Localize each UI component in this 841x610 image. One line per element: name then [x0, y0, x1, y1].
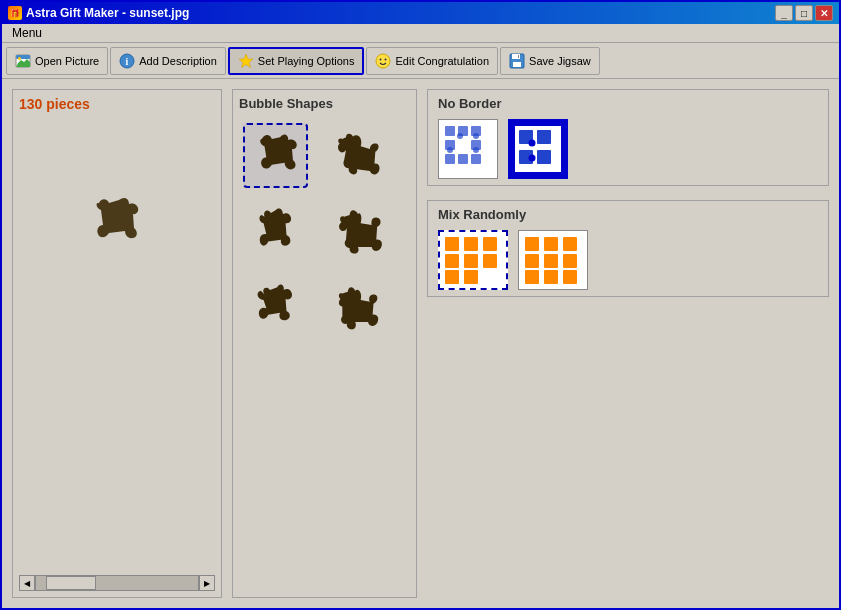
mix-options: [438, 230, 818, 290]
shape-1-icon: [248, 128, 303, 183]
svg-rect-46: [563, 237, 577, 251]
svg-rect-45: [544, 237, 558, 251]
mix-title: Mix Randomly: [438, 207, 818, 222]
add-description-button[interactable]: i Add Description: [110, 47, 226, 75]
shapes-title: Bubble Shapes: [239, 96, 410, 111]
open-picture-button[interactable]: Open Picture: [6, 47, 108, 75]
svg-point-2: [18, 57, 21, 60]
maximize-button[interactable]: □: [795, 5, 813, 21]
no-border-option[interactable]: [438, 119, 498, 179]
titlebar: 🎁 Astra Gift Maker - sunset.jpg _ □ ✕: [2, 2, 839, 24]
edit-congratulation-button[interactable]: Edit Congratulation: [366, 47, 498, 75]
shape-option-5[interactable]: [243, 273, 308, 338]
svg-point-23: [473, 133, 479, 139]
svg-rect-40: [445, 270, 459, 284]
toolbar: Open Picture i Add Description Set Playi…: [2, 43, 839, 79]
info-icon: i: [119, 53, 135, 69]
svg-rect-50: [525, 270, 539, 284]
ordered-icon: [520, 232, 586, 288]
border-options: [438, 119, 818, 179]
svg-rect-37: [445, 254, 459, 268]
shape-2-icon: [335, 128, 390, 183]
shape-3-icon: [248, 203, 303, 258]
scroll-left-button[interactable]: ◀: [19, 575, 35, 591]
svg-rect-20: [458, 154, 468, 164]
shape-option-4[interactable]: [330, 198, 395, 263]
svg-text:i: i: [126, 56, 129, 67]
shape-option-6[interactable]: [330, 273, 395, 338]
set-playing-button[interactable]: Set Playing Options: [228, 47, 365, 75]
svg-rect-35: [445, 237, 459, 251]
svg-rect-49: [563, 254, 577, 268]
shape-5-icon: [248, 278, 303, 333]
svg-point-22: [457, 133, 463, 139]
save-jigsaw-label: Save Jigsaw: [529, 55, 591, 67]
border-panel: No Border: [427, 89, 829, 186]
svg-point-7: [380, 58, 382, 60]
svg-rect-48: [544, 254, 558, 268]
svg-rect-47: [525, 254, 539, 268]
preview-title: 130 pieces: [19, 96, 215, 112]
svg-point-24: [447, 147, 453, 153]
scroll-track: [35, 575, 199, 591]
content-area: 130 pieces ◀ ▶ Bubble Shapes: [2, 79, 839, 608]
app-icon: 🎁: [8, 6, 22, 20]
shape-option-3[interactable]: [243, 198, 308, 263]
shape-6-icon: [335, 278, 390, 333]
svg-rect-38: [483, 237, 497, 251]
save-icon: [509, 53, 525, 69]
shapes-panel: Bubble Shapes: [232, 89, 417, 598]
border-title: No Border: [438, 96, 818, 111]
preview-piece: [79, 188, 159, 268]
save-jigsaw-button[interactable]: Save Jigsaw: [500, 47, 600, 75]
right-panel: No Border: [427, 89, 829, 598]
open-picture-label: Open Picture: [35, 55, 99, 67]
svg-rect-42: [464, 270, 478, 284]
svg-point-33: [529, 155, 536, 162]
close-button[interactable]: ✕: [815, 5, 833, 21]
svg-rect-51: [544, 270, 558, 284]
svg-rect-36: [464, 237, 478, 251]
svg-rect-44: [525, 237, 539, 251]
shape-4-icon: [335, 203, 390, 258]
mix-panel: Mix Randomly: [427, 200, 829, 297]
svg-marker-5: [239, 54, 253, 68]
edit-congratulation-label: Edit Congratulation: [395, 55, 489, 67]
svg-rect-52: [563, 270, 577, 284]
scroll-thumb[interactable]: [46, 576, 96, 590]
svg-point-8: [385, 58, 387, 60]
shape-option-2[interactable]: [330, 123, 395, 188]
svg-rect-11: [513, 62, 521, 67]
shape-grid: [239, 119, 410, 342]
add-description-label: Add Description: [139, 55, 217, 67]
svg-rect-12: [518, 55, 519, 58]
picture-icon: [15, 53, 31, 69]
svg-rect-21: [471, 154, 481, 164]
svg-point-25: [473, 147, 479, 153]
minimize-button[interactable]: _: [775, 5, 793, 21]
svg-point-32: [529, 140, 536, 147]
titlebar-controls: _ □ ✕: [775, 5, 833, 21]
set-playing-label: Set Playing Options: [258, 55, 355, 67]
window-title: Astra Gift Maker - sunset.jpg: [26, 6, 189, 20]
shape-option-1[interactable]: [243, 123, 308, 188]
mixed-icon: [440, 232, 506, 288]
preview-canvas: [19, 118, 215, 571]
svg-rect-19: [445, 154, 455, 164]
smiley-icon: [375, 53, 391, 69]
svg-rect-14: [445, 126, 455, 136]
star-icon: [238, 53, 254, 69]
svg-rect-31: [537, 150, 551, 164]
with-border-option[interactable]: [508, 119, 568, 179]
scroll-right-button[interactable]: ▶: [199, 575, 215, 591]
menubar: Menu: [2, 24, 839, 43]
menu-item-menu[interactable]: Menu: [6, 24, 48, 42]
app-window: 🎁 Astra Gift Maker - sunset.jpg _ □ ✕ Me…: [0, 0, 841, 610]
svg-point-6: [376, 54, 390, 68]
mixed-option[interactable]: [438, 230, 508, 290]
svg-rect-41: [483, 254, 497, 268]
ordered-option[interactable]: [518, 230, 588, 290]
no-border-icon: [441, 122, 495, 176]
with-border-icon: [511, 122, 565, 176]
horizontal-scrollbar: ◀ ▶: [19, 575, 215, 591]
